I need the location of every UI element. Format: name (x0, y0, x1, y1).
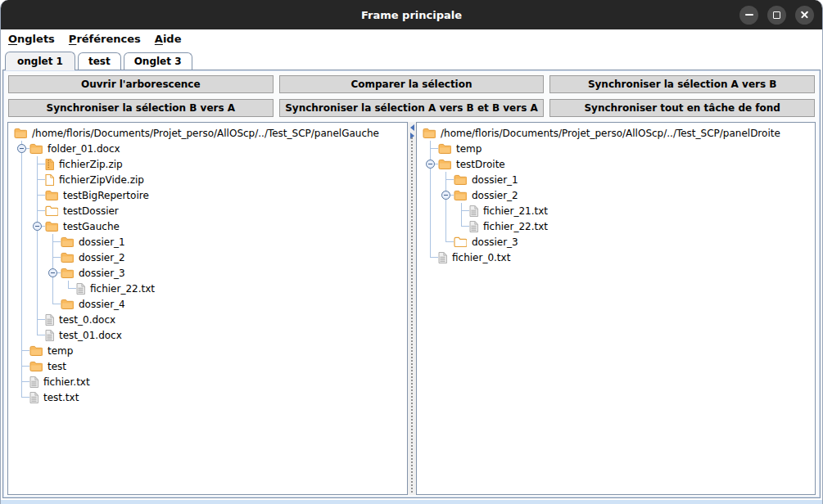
collapse-left-arrow-icon[interactable] (410, 124, 414, 131)
tree-guide (29, 156, 45, 172)
tree-node-fichier-0-txt[interactable]: fichier_0.txt (418, 250, 815, 265)
right-tree-panel[interactable]: /home/floris/Documents/Projet_perso/AllO… (416, 122, 816, 495)
tree-node-testdossier[interactable]: testDossier (10, 203, 407, 218)
button-comparer-la-sélection[interactable]: Comparer la sélection (279, 75, 545, 93)
node-label: dossier_1 (470, 174, 520, 186)
node-label: dossier_2 (77, 252, 127, 263)
node-label: testGauche (61, 221, 121, 232)
file-icon (45, 314, 54, 326)
tree-guide (423, 250, 438, 265)
tree-guide (29, 187, 45, 203)
tree-node-testbigrepertoire[interactable]: testBigRepertoire (10, 187, 407, 203)
tab-onglet-1[interactable]: onglet 1 (5, 52, 75, 70)
tree-node-testgauche[interactable]: testGauche (10, 218, 407, 234)
tree-node-test-01-docx[interactable]: test_01.docx (10, 327, 407, 343)
tree-node-testdroite[interactable]: testDroite (418, 156, 815, 172)
tab-onglet-3[interactable]: Onglet 3 (124, 52, 192, 70)
button-synchroniser-la-sélection-b-vers-a[interactable]: Synchroniser la sélection B vers A (8, 99, 274, 117)
menu-aide[interactable]: Aide (155, 33, 182, 45)
tree-node--home-floris-documents-projet-perso-allo[interactable]: /home/floris/Documents/Projet_perso/AllO… (10, 125, 407, 141)
tree-guide (14, 172, 29, 187)
minimize-button[interactable] (739, 6, 758, 25)
tree-node-folder-01-docx[interactable]: folder_01.docx (10, 141, 407, 156)
collapse-handle-icon[interactable] (426, 160, 435, 169)
tree-node-test-txt[interactable]: test.txt (10, 389, 407, 405)
window-controls (739, 6, 814, 25)
tree-node-dossier-3[interactable]: dossier_3 (418, 234, 815, 250)
node-label: dossier_2 (470, 190, 520, 201)
button-ouvrir-l-arborescence[interactable]: Ouvrir l'arborescence (8, 75, 274, 93)
tree-guide (45, 265, 61, 281)
tree-guide (29, 234, 45, 250)
menu-onglets[interactable]: Onglets (8, 33, 55, 45)
node-label: folder_01.docx (46, 143, 122, 155)
node-label: fichier_0.txt (450, 252, 512, 263)
tab-test[interactable]: test (78, 52, 121, 70)
tab-strip: onglet 1testOnglet 3 (1, 48, 822, 70)
collapse-right-arrow-icon[interactable] (410, 133, 414, 139)
folder-icon (61, 268, 74, 278)
close-button[interactable] (795, 6, 814, 25)
folder-icon (438, 159, 451, 169)
collapse-handle-icon[interactable] (441, 191, 450, 200)
collapse-handle-icon[interactable] (48, 268, 57, 277)
tree-node-dossier-1[interactable]: dossier_1 (10, 234, 407, 250)
tree-node-test[interactable]: test (10, 358, 407, 374)
tree-node-fichier-22-txt[interactable]: fichier_22.txt (418, 218, 815, 234)
tree-guide (29, 218, 45, 234)
node-label: dossier_1 (77, 236, 127, 248)
tree-node-fichier-txt[interactable]: fichier.txt (10, 374, 407, 389)
tree-guide (29, 250, 45, 265)
folder-icon (454, 190, 467, 200)
collapse-handle-icon[interactable] (33, 222, 42, 231)
tree-guide (423, 234, 438, 250)
collapse-handle-icon[interactable] (17, 144, 26, 153)
tree-guide (14, 296, 29, 312)
folder-empty-icon (454, 236, 467, 247)
tree-guide (61, 281, 76, 296)
tree-guide (438, 187, 454, 203)
tree-guide (14, 343, 29, 358)
button-synchroniser-la-sélection-a-vers-b-et-b-vers-a[interactable]: Synchroniser la sélection A vers B et B … (279, 99, 545, 117)
tree-guide (14, 281, 29, 296)
tree-guide (29, 281, 45, 296)
menubar: OngletsPréférencesAide (1, 29, 822, 48)
maximize-button[interactable] (767, 6, 786, 25)
tree-node-test-0-docx[interactable]: test_0.docx (10, 312, 407, 327)
tree-node-fichier-22-txt[interactable]: fichier_22.txt (10, 281, 407, 296)
menu-pr-f-rences[interactable]: Préférences (69, 33, 141, 45)
tree-node-dossier-1[interactable]: dossier_1 (418, 172, 815, 187)
tree-node-fichier-21-txt[interactable]: fichier_21.txt (418, 203, 815, 218)
folder-icon (423, 128, 436, 138)
tree-guide (423, 218, 438, 234)
tree-guide (14, 203, 29, 218)
tree-node-fichierzip-zip[interactable]: fichierZip.zip (10, 156, 407, 172)
folder-icon (45, 190, 58, 200)
button-synchroniser-la-sélection-a-vers-b[interactable]: Synchroniser la sélection A vers B (549, 75, 815, 93)
tree-node-temp[interactable]: temp (418, 141, 815, 156)
tree-node-dossier-3[interactable]: dossier_3 (10, 265, 407, 281)
folder-icon (29, 345, 43, 356)
file-icon (45, 330, 54, 341)
tree-node-dossier-2[interactable]: dossier_2 (10, 250, 407, 265)
folder-icon (61, 236, 74, 247)
tree-guide (438, 203, 454, 218)
left-tree-panel[interactable]: /home/floris/Documents/Projet_perso/AllO… (7, 122, 408, 495)
tree-node-fichierzipvide-zip[interactable]: fichierZipVide.zip (10, 172, 407, 187)
tree-node-dossier-2[interactable]: dossier_2 (418, 187, 815, 203)
tree-node-dossier-4[interactable]: dossier_4 (10, 296, 407, 312)
tree-guide (45, 234, 61, 250)
folder-icon (438, 143, 451, 154)
tree-guide (14, 141, 29, 156)
tree-guide (423, 172, 438, 187)
tree-node-temp[interactable]: temp (10, 343, 407, 358)
button-synchroniser-tout-en-tâche-de-fond[interactable]: Synchroniser tout en tâche de fond (549, 99, 815, 117)
minimize-icon (745, 14, 753, 16)
split-divider[interactable] (408, 122, 416, 495)
zip-empty-icon (45, 174, 54, 186)
node-label: fichierZip.zip (57, 159, 124, 170)
panels-area: /home/floris/Documents/Projet_perso/AllO… (3, 117, 820, 497)
tree-node--home-floris-documents-projet-perso-allo[interactable]: /home/floris/Documents/Projet_perso/AllO… (418, 125, 815, 141)
tree-guide (423, 187, 438, 203)
node-label: temp (454, 143, 483, 155)
